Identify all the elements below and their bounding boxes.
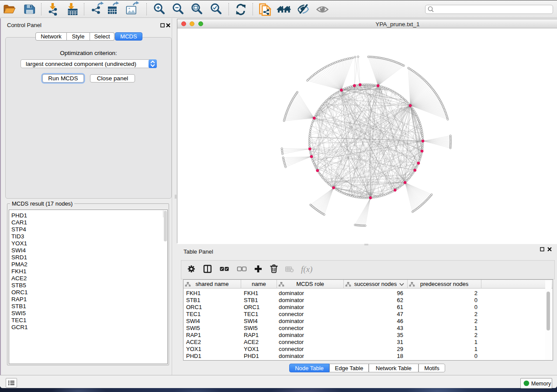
svg-text:f(x): f(x) xyxy=(301,265,312,274)
svg-text:Memory: Memory xyxy=(531,381,551,387)
